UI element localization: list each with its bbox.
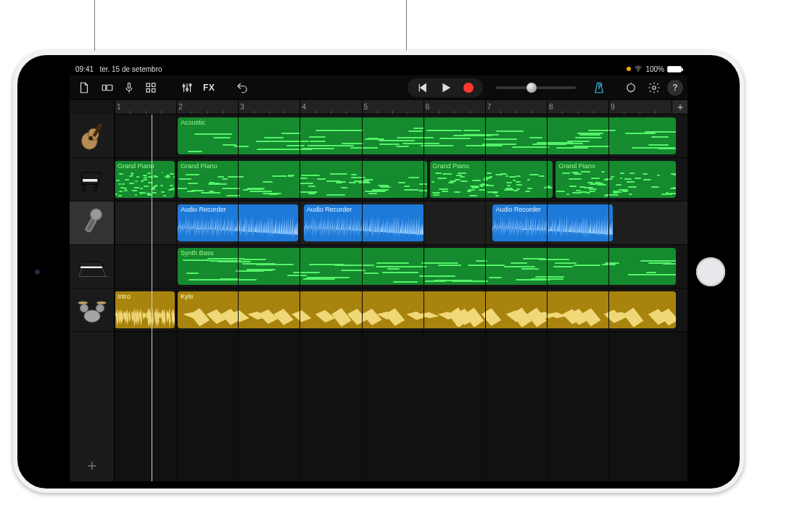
microphone-button[interactable] [119,78,139,97]
track-headers: ＋ [70,115,115,481]
region[interactable]: Grand Piano [430,161,553,198]
record-icon [463,83,474,93]
grand-piano-icon [76,163,108,196]
add-track-button[interactable]: ＋ [70,449,114,481]
screen: 09:41 ter. 15 de setembro 100% [70,62,687,481]
region[interactable]: Grand Piano [115,161,175,198]
fx-button[interactable]: FX [199,78,219,97]
add-section-button[interactable]: ＋ [672,100,687,114]
timeline-ruler[interactable]: ＋ 123456789 [115,100,687,115]
ruler-bar-number: 2 [178,103,183,111]
svg-point-11 [627,83,635,91]
help-button[interactable]: ? [667,80,683,96]
svg-point-28 [96,302,106,304]
track-lane[interactable]: Acoustic [115,115,687,158]
status-time: 09:41 [75,65,94,73]
battery-icon [667,66,682,72]
track-lanes[interactable]: AcousticGrand PianoGrand PianoGrand Pian… [115,115,687,481]
ruler-bar-number: 6 [426,103,430,111]
svg-point-12 [653,86,656,89]
region-label: Acoustic [181,119,673,126]
track-header-drum-kit[interactable] [70,288,114,332]
metronome-button[interactable] [589,78,609,97]
home-button[interactable] [696,257,725,286]
recording-indicator-dot [627,67,631,71]
svg-rect-23 [80,266,102,269]
record-button[interactable] [457,78,480,97]
grid-view-button[interactable] [141,78,161,97]
region[interactable]: Intro [115,291,175,328]
region-label: Intro [117,293,172,300]
region-label: Audio Recorder [307,206,421,213]
ipad-device-frame: 09:41 ter. 15 de setembro 100% [13,51,744,493]
svg-rect-18 [94,184,96,191]
go-to-start-button[interactable] [410,78,434,97]
track-header-acoustic-guitar[interactable] [70,115,114,158]
region[interactable]: Acoustic [178,117,676,154]
browser-button[interactable] [97,78,117,97]
svg-point-0 [638,70,639,71]
region[interactable]: Audio Recorder [178,204,298,241]
ruler-bar-number: 8 [549,103,553,111]
status-bar: 09:41 ter. 15 de setembro 100% [70,62,687,75]
svg-rect-7 [152,88,156,92]
track-lane[interactable]: Grand PianoGrand PianoGrand PianoGrand P… [115,158,687,201]
ruler-bar-number: 9 [611,103,615,111]
microphone-icon [76,207,108,240]
track-header-microphone[interactable] [70,201,114,245]
acoustic-guitar-icon [76,120,108,153]
region-label: Grand Piano [558,162,673,170]
ruler-bar-number: 5 [364,103,368,111]
battery-percent: 100% [645,65,664,73]
track-lane[interactable]: IntroKyle [115,288,687,332]
svg-rect-6 [146,88,150,92]
region-label: Synth Bass [181,249,673,257]
region[interactable]: Grand Piano [555,161,676,198]
drum-kit-icon [76,294,108,327]
toolbar: FX [70,75,687,100]
region[interactable]: Kyle [178,291,676,328]
ruler-bar-number: 4 [302,103,306,111]
svg-rect-3 [128,83,131,88]
svg-point-25 [80,304,88,312]
track-lane[interactable]: Audio RecorderAudio RecorderAudio Record… [115,201,687,245]
playhead[interactable] [152,115,152,481]
track-header-grand-piano[interactable] [70,158,114,201]
status-left: 09:41 ter. 15 de setembro [75,65,162,73]
track-controls-button[interactable] [177,78,197,97]
undo-button[interactable] [232,78,252,97]
front-camera [35,270,40,275]
track-header-synth-keyboard[interactable] [70,245,114,288]
svg-rect-5 [152,83,156,87]
svg-rect-1 [102,85,106,91]
region[interactable]: Audio Recorder [304,204,424,241]
play-button[interactable] [434,78,457,97]
region-label: Grand Piano [117,162,172,170]
region-label: Audio Recorder [181,206,295,213]
region-label: Grand Piano [181,162,424,170]
svg-rect-4 [146,83,150,87]
my-songs-button[interactable] [74,78,94,97]
region[interactable]: Audio Recorder [492,204,613,241]
transport-controls [408,78,483,97]
status-right: 100% [627,65,682,73]
wifi-icon [634,65,643,73]
master-volume-slider[interactable] [496,86,576,89]
region-label: Audio Recorder [495,206,610,213]
svg-rect-19 [83,179,97,182]
region[interactable]: Grand Piano [178,161,427,198]
loop-button[interactable] [621,78,641,97]
track-lane[interactable]: Synth Bass [115,245,687,288]
tracks-area: ＋ AcousticGrand PianoGrand PianoGrand Pi… [70,115,687,481]
svg-point-15 [88,136,93,140]
synth-keyboard-icon [76,250,108,283]
ruler-bar-number: 7 [487,103,492,111]
svg-point-24 [84,309,100,322]
region-label: Kyle [181,293,673,300]
svg-point-27 [78,302,87,304]
settings-button[interactable] [644,78,664,97]
region[interactable]: Synth Bass [178,248,676,285]
ruler-bar-number: 3 [240,103,244,111]
svg-rect-21 [85,217,96,232]
svg-point-26 [96,304,104,312]
